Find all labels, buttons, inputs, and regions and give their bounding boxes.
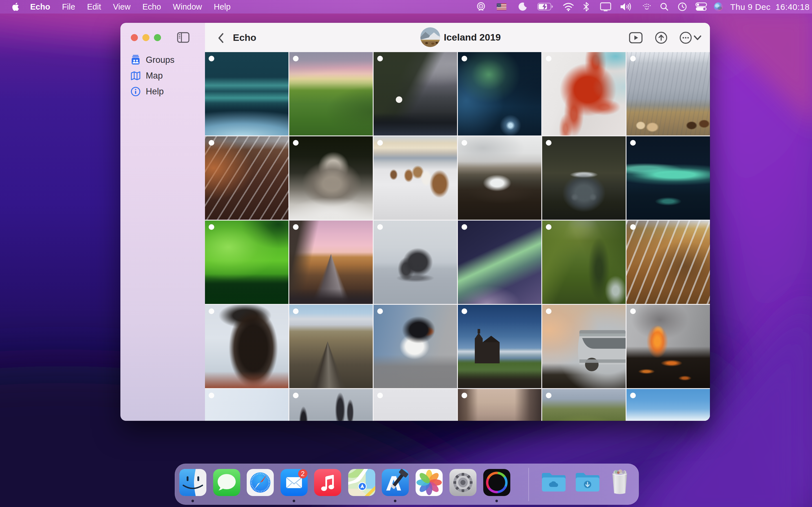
svg-text:2: 2	[301, 470, 305, 477]
